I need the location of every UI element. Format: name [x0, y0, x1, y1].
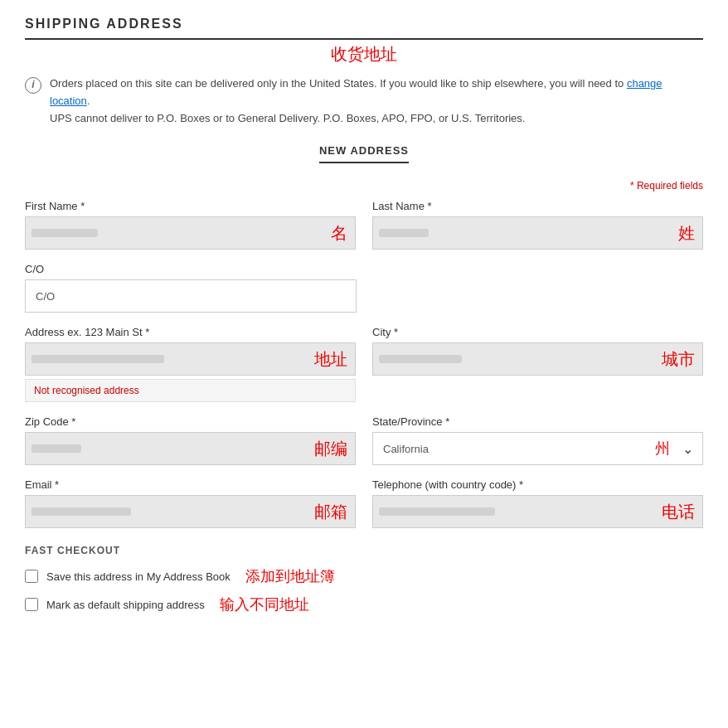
- phone-chinese: 电话: [662, 501, 695, 523]
- default-shipping-checkbox[interactable]: [25, 598, 38, 611]
- zip-label: Zip Code *: [25, 415, 356, 428]
- address-blur: [32, 355, 164, 363]
- info-text: Orders placed on this site can be delive…: [50, 75, 703, 127]
- city-label: City *: [372, 326, 703, 338]
- email-group: Email * 邮箱: [25, 478, 356, 528]
- page-title: SHIPPING ADDRESS 收货地址: [25, 17, 703, 66]
- save-address-checkbox[interactable]: [25, 570, 38, 583]
- last-name-blur: [379, 229, 429, 237]
- email-chinese: 邮箱: [314, 501, 347, 523]
- co-input[interactable]: [25, 279, 357, 313]
- info-bar: i Orders placed on this site can be deli…: [25, 75, 703, 127]
- save-address-chinese: 添加到地址簿: [245, 566, 335, 586]
- co-label: C/O: [25, 263, 357, 275]
- city-blur: [379, 355, 462, 363]
- address-group: Address ex. 123 Main St * 地址 Not recogni…: [25, 326, 356, 402]
- state-label: State/Province *: [372, 415, 703, 428]
- fast-checkout-label: FAST CHECKOUT: [25, 545, 703, 556]
- last-name-label: Last Name *: [372, 200, 703, 212]
- address-chinese: 地址: [314, 348, 347, 371]
- state-select[interactable]: California Alabama Alaska Arizona New Yo…: [372, 432, 703, 465]
- new-address-tab[interactable]: NEW ADDRESS: [25, 143, 703, 163]
- state-group: State/Province * California Alabama Alas…: [372, 415, 703, 465]
- address-label: Address ex. 123 Main St *: [25, 326, 356, 338]
- phone-label: Telephone (with country code) *: [372, 478, 703, 491]
- address-row: Address ex. 123 Main St * 地址 Not recogni…: [25, 326, 703, 402]
- chinese-title: 收货地址: [25, 43, 703, 66]
- phone-group: Telephone (with country code) * 电话: [372, 478, 703, 528]
- first-name-label: First Name *: [25, 200, 356, 212]
- last-name-group: Last Name * 姓: [372, 200, 703, 250]
- zip-state-row: Zip Code * 邮编 State/Province * Californi…: [25, 415, 703, 465]
- first-name-blur: [32, 229, 98, 237]
- save-address-text: Save this address in My Address Book: [46, 570, 231, 583]
- email-blur: [32, 507, 131, 516]
- last-name-chinese: 姓: [678, 222, 695, 245]
- phone-blur: [379, 507, 495, 516]
- co-group: C/O: [25, 263, 357, 313]
- info-icon: i: [25, 77, 41, 94]
- default-shipping-row: Mark as default shipping address 输入不同地址: [25, 595, 703, 614]
- email-label: Email *: [25, 478, 356, 491]
- default-shipping-chinese: 输入不同地址: [220, 595, 309, 614]
- not-recognised-msg: Not recognised address: [25, 379, 356, 402]
- zip-group: Zip Code * 邮编: [25, 415, 356, 465]
- first-name-chinese: 名: [331, 222, 347, 245]
- zip-blur: [32, 444, 81, 453]
- name-row: First Name * 名 Last Name * 姓: [25, 200, 703, 250]
- co-row: C/O: [25, 263, 703, 313]
- save-address-row: Save this address in My Address Book 添加到…: [25, 566, 703, 586]
- email-phone-row: Email * 邮箱 Telephone (with country code)…: [25, 478, 703, 528]
- state-select-wrapper: California Alabama Alaska Arizona New Yo…: [372, 432, 703, 465]
- first-name-group: First Name * 名: [25, 200, 356, 250]
- zip-chinese: 邮编: [314, 438, 347, 460]
- state-chinese: 州: [655, 439, 670, 459]
- city-group: City * 城市: [372, 326, 703, 402]
- default-shipping-text: Mark as default shipping address: [46, 599, 205, 611]
- city-chinese: 城市: [662, 348, 695, 371]
- required-note: * Required fields: [25, 180, 703, 192]
